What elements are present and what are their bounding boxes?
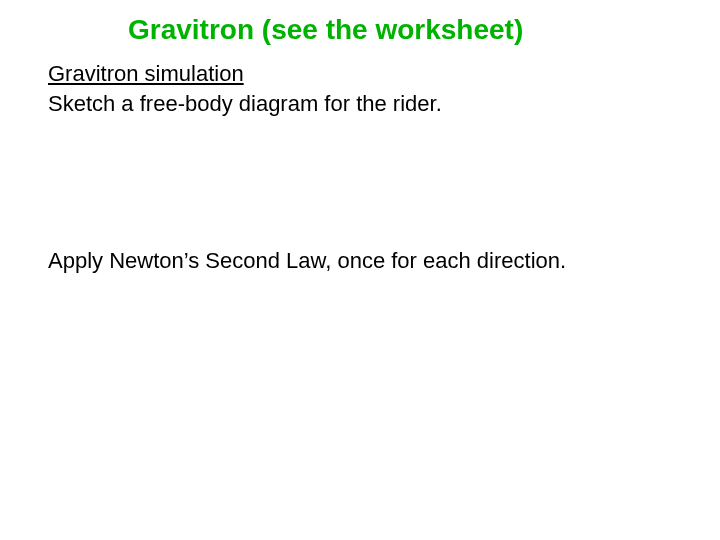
slide-body: Gravitron simulation Sketch a free-body …	[48, 60, 672, 275]
slide-title: Gravitron (see the worksheet)	[128, 14, 523, 46]
instruction-fbd: Sketch a free-body diagram for the rider…	[48, 90, 672, 118]
instruction-newton: Apply Newton’s Second Law, once for each…	[48, 247, 672, 275]
work-space-1	[48, 117, 672, 247]
simulation-link[interactable]: Gravitron simulation	[48, 61, 244, 86]
slide: Gravitron (see the worksheet) Gravitron …	[0, 0, 720, 540]
